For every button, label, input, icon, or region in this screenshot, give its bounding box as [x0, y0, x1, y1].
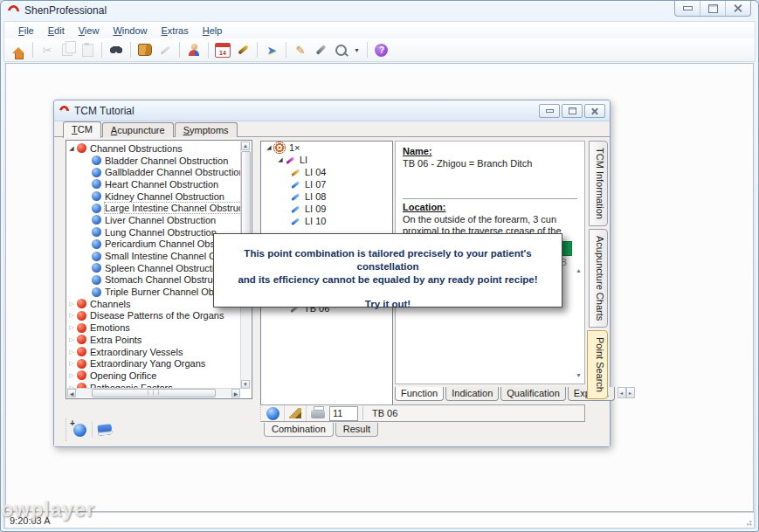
tree-item[interactable]: Heart Channel Obstruction	[67, 178, 240, 190]
tree-item[interactable]: Extraordinary Vessels	[67, 346, 240, 358]
cut-button[interactable]: ✂	[38, 42, 56, 59]
expander-open-icon[interactable]	[67, 145, 76, 152]
tab-function[interactable]: Function	[395, 387, 444, 401]
expander-closed-icon[interactable]	[67, 349, 76, 356]
maximize-button[interactable]	[700, 1, 725, 16]
tree-item[interactable]: Extraordinary Yang Organs	[67, 357, 240, 370]
menu-window[interactable]: Window	[106, 24, 154, 38]
point-row[interactable]: LI 09	[261, 203, 392, 215]
copy-button[interactable]	[59, 42, 76, 59]
tree-item-label: Extraordinary Vessels	[90, 347, 183, 357]
dart-button[interactable]: ➤	[263, 42, 280, 59]
expander-closed-icon[interactable]	[67, 336, 76, 343]
expander-closed-icon[interactable]	[67, 360, 76, 367]
scroll-up-icon[interactable]: ▲	[241, 142, 250, 150]
calendar-button[interactable]: 14	[214, 42, 231, 59]
paste-button[interactable]	[79, 42, 96, 59]
popup-line1: This point combination is tailored preci…	[214, 247, 562, 273]
patient-button[interactable]	[185, 42, 203, 59]
menu-view[interactable]: View	[72, 24, 107, 38]
tree-item[interactable]: Extra Points	[67, 334, 240, 346]
status-bar: 9:20:03 A	[4, 512, 755, 529]
point-group-row[interactable]: LI	[261, 154, 392, 166]
point-row[interactable]: LI 08	[261, 190, 392, 203]
item-bullet-icon	[92, 215, 101, 225]
tutorial-maximize-button[interactable]	[562, 104, 583, 118]
tutorial-title: TCM Tutorial	[74, 105, 135, 117]
expander-open-icon[interactable]	[276, 156, 285, 163]
brush-button[interactable]	[156, 42, 174, 59]
tab-tcm[interactable]: TCM	[63, 121, 101, 138]
scroll-down-icon[interactable]: ▼	[241, 380, 250, 389]
tab-scroll-left-icon[interactable]: ◂	[618, 387, 626, 398]
item-bullet-icon	[92, 204, 101, 213]
point-root-row[interactable]: 1×	[261, 142, 392, 154]
tutorial-titlebar[interactable]: TCM Tutorial	[54, 100, 610, 121]
tab-scroll-right-icon[interactable]: ▸	[626, 387, 635, 398]
menu-file[interactable]: File	[11, 24, 41, 38]
tree-item[interactable]: Emotions	[67, 321, 240, 334]
scroll-right-icon[interactable]: ▶	[231, 389, 240, 397]
tree-item-selected[interactable]: Large Intestine Channel Obstruction	[67, 202, 240, 214]
expander-closed-icon[interactable]	[67, 312, 76, 319]
brush-button[interactable]	[289, 408, 301, 418]
target-icon	[273, 142, 286, 154]
tab-point-search[interactable]: Point Search	[587, 330, 608, 399]
tree-item-label: Lung Channel Obstruction	[105, 227, 217, 238]
tab-symptoms[interactable]: Symptoms	[175, 122, 238, 137]
tree-item[interactable]: Gallbladder Channel Obstruction	[67, 166, 240, 178]
tree-item[interactable]: Liver Channel Obstruction	[67, 214, 240, 226]
tab-qualification[interactable]: Qualification	[500, 387, 566, 401]
tab-indication[interactable]: Indication	[445, 387, 499, 401]
open-book-button[interactable]	[136, 42, 154, 59]
menu-edit[interactable]: Edit	[41, 24, 72, 38]
scroll-thumb[interactable]: ❘❘❘	[92, 389, 216, 397]
menu-extras[interactable]: Extras	[155, 24, 196, 38]
book-button[interactable]	[97, 424, 112, 436]
tab-result[interactable]: Result	[335, 423, 378, 437]
tree-item[interactable]: Disease Patterns of the Organs	[67, 310, 240, 322]
point-row[interactable]: LI 04	[261, 166, 392, 178]
minimize-button[interactable]	[675, 1, 700, 16]
selected-point-field[interactable]: TB 06	[362, 406, 584, 420]
tree-item[interactable]: Kidney Channel Obstruction	[67, 190, 240, 203]
close-button[interactable]	[725, 1, 750, 16]
tools-button[interactable]	[312, 42, 329, 59]
main-titlebar[interactable]: ShenProfessional	[1, 1, 758, 20]
tab-combination[interactable]: Combination	[264, 423, 334, 437]
scroll-down-icon[interactable]: ▼	[576, 372, 582, 378]
expander-open-icon[interactable]	[265, 144, 273, 151]
tab-acupuncture-charts[interactable]: Acupuncture Charts	[589, 229, 608, 328]
point-row[interactable]: LI 10	[261, 215, 392, 227]
add-sphere-button[interactable]	[73, 424, 86, 437]
point-count-field[interactable]: 11	[329, 406, 358, 421]
tutorial-minimize-button[interactable]	[539, 104, 560, 118]
menu-help[interactable]: Help	[196, 24, 230, 38]
needle-icon	[290, 167, 302, 177]
sphere-button[interactable]	[266, 407, 279, 420]
tree-toolbar	[66, 418, 171, 441]
point-row[interactable]: LI 07	[261, 178, 392, 190]
tab-acupuncture[interactable]: Acupuncture	[102, 122, 174, 137]
tree-horizontal-scrollbar[interactable]: ◀ ❘❘❘ ▶	[67, 388, 240, 397]
toolbar-separator	[284, 405, 285, 421]
home-button[interactable]	[10, 42, 27, 59]
tree-item[interactable]: Bladder Channel Obstruction	[67, 155, 240, 167]
zoom-button[interactable]	[332, 42, 349, 59]
tree-item-channel-obstructions[interactable]: Channel Obstructions	[67, 142, 240, 155]
scroll-up-icon[interactable]: ▲	[576, 267, 582, 273]
printer-button[interactable]	[311, 409, 325, 418]
tree-item[interactable]: Opening Orifice	[67, 370, 240, 382]
expander-closed-icon[interactable]	[67, 372, 76, 379]
scroll-left-icon[interactable]: ◀	[67, 389, 76, 397]
zoom-dropdown-button[interactable]: ▼	[352, 47, 362, 53]
resize-grip[interactable]	[745, 519, 752, 526]
compose-button[interactable]: ✎	[292, 42, 309, 59]
find-button[interactable]	[107, 42, 125, 59]
help-button[interactable]	[373, 42, 390, 59]
expander-closed-icon[interactable]	[67, 324, 76, 331]
expander-closed-icon[interactable]	[67, 301, 76, 307]
edit-pen-button[interactable]	[234, 42, 252, 59]
tutorial-close-button[interactable]	[584, 104, 605, 118]
tab-tcm-information[interactable]: TCM Information	[589, 141, 608, 226]
